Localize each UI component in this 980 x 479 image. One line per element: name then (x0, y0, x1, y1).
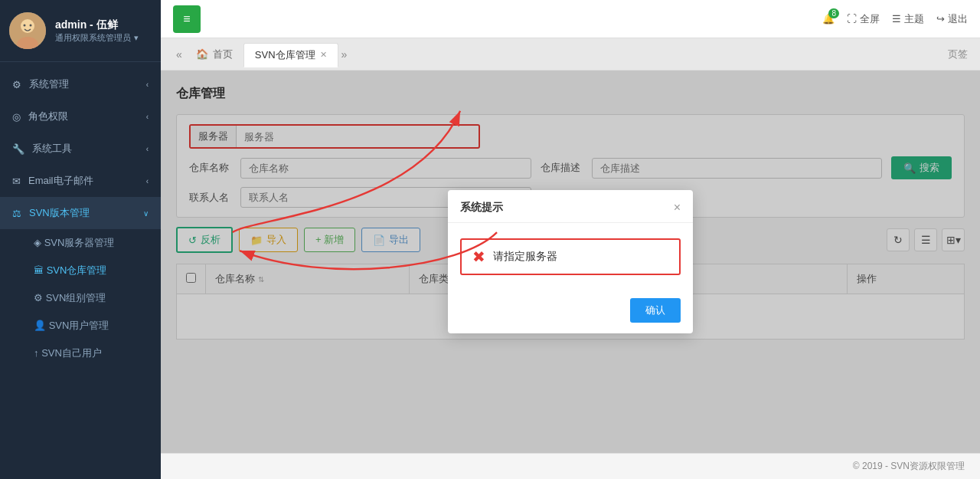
notification-bell[interactable]: 🔔 8 (822, 13, 835, 25)
tab-close-icon[interactable]: ✕ (320, 50, 327, 60)
system-dialog: 系统提示 × ✖ 请指定服务器 确认 (448, 190, 693, 333)
tab-page-label: 页签 (948, 48, 968, 61)
sidebar-item-svn-group[interactable]: ⚙ SVN组别管理 (0, 284, 161, 312)
theme-button[interactable]: ☰ 主题 (892, 12, 924, 26)
tab-svn-repo[interactable]: SVN仓库管理 ✕ (243, 43, 338, 67)
sidebar-item-svn-self[interactable]: ↑ SVN自己用户 (0, 340, 161, 367)
dialog-message: 请指定服务器 (493, 250, 557, 264)
footer: © 2019 - SVN资源权限管理 (161, 453, 980, 479)
header-left: ≡ (173, 5, 201, 33)
sidebar-item-system[interactable]: ⚙ 系统管理 ‹ (0, 68, 161, 100)
theme-icon: ☰ (892, 13, 901, 25)
content-area: 仓库管理 服务器 仓库名称 仓库描述 🔍 搜索 (161, 71, 980, 453)
tab-bar: « 🏠 首页 SVN仓库管理 ✕ » 页签 (161, 38, 980, 71)
sidebar-header: admin - 伍鲜 通用权限系统管理员 ▾ (0, 0, 161, 62)
gear-icon: ⚙ (12, 79, 21, 90)
sidebar-item-tools[interactable]: 🔧 系统工具 ‹ (0, 133, 161, 165)
dialog-header: 系统提示 × (448, 190, 693, 223)
main-area: ≡ 🔔 8 ⛶ 全屏 ☰ 主题 ↪ 退出 « 🏠 首页 (161, 0, 980, 479)
tab-next-button[interactable]: » (338, 45, 351, 64)
user-info: admin - 伍鲜 通用权限系统管理员 ▾ (55, 18, 139, 44)
dialog-footer: 确认 (448, 290, 693, 333)
sidebar-nav: ⚙ 系统管理 ‹ ◎ 角色权限 ‹ 🔧 系统工具 ‹ ✉ Email电子邮件 ‹ (0, 62, 161, 479)
confirm-button[interactable]: 确认 (630, 298, 681, 323)
error-icon: ✖ (472, 248, 485, 266)
dialog-close-button[interactable]: × (674, 201, 681, 215)
tab-prev-button[interactable]: « (173, 45, 185, 64)
building-icon: 🏛 (34, 264, 47, 276)
fullscreen-button[interactable]: ⛶ 全屏 (847, 12, 880, 26)
header: ≡ 🔔 8 ⛶ 全屏 ☰ 主题 ↪ 退出 (161, 0, 980, 38)
chevron-icon: ‹ (146, 113, 149, 121)
chevron-icon: ‹ (146, 80, 149, 89)
fullscreen-icon: ⛶ (847, 13, 857, 25)
role-icon: ◎ (12, 111, 21, 123)
sidebar-item-svn[interactable]: ⚖ SVN版本管理 ∨ (0, 197, 161, 229)
sidebar-item-svn-server[interactable]: ◈ SVN服务器管理 (0, 229, 161, 257)
svg-point-4 (30, 25, 32, 27)
diamond-icon: ◈ (34, 237, 44, 248)
dialog-error-box: ✖ 请指定服务器 (460, 238, 681, 275)
notification-badge: 8 (828, 8, 839, 18)
sidebar-item-svn-repo[interactable]: 🏛 SVN仓库管理 (0, 257, 161, 284)
sidebar-item-svn-user[interactable]: 👤 SVN用户管理 (0, 312, 161, 340)
dialog-overlay: 系统提示 × ✖ 请指定服务器 确认 (161, 71, 980, 453)
logout-button[interactable]: ↪ 退出 (936, 12, 968, 26)
group-icon: ⚙ (34, 292, 46, 303)
self-icon: ↑ (34, 347, 41, 359)
user-icon: 👤 (34, 320, 49, 331)
svg-point-3 (24, 25, 26, 27)
sidebar-item-roles[interactable]: ◎ 角色权限 ‹ (0, 100, 161, 133)
tab-home[interactable]: 🏠 首页 (185, 43, 243, 66)
dialog-body: ✖ 请指定服务器 (448, 223, 693, 290)
menu-button[interactable]: ≡ (173, 5, 201, 33)
tools-icon: 🔧 (12, 143, 24, 155)
avatar (9, 12, 46, 49)
logout-icon: ↪ (936, 13, 945, 25)
dialog-title: 系统提示 (460, 201, 503, 215)
header-right: 🔔 8 ⛶ 全屏 ☰ 主题 ↪ 退出 (822, 12, 968, 26)
chevron-icon: ‹ (146, 177, 149, 185)
svn-icon: ⚖ (12, 208, 21, 219)
user-role: 通用权限系统管理员 ▾ (55, 32, 139, 44)
chevron-icon: ‹ (146, 145, 149, 153)
home-icon: 🏠 (196, 48, 208, 60)
chevron-down-icon: ∨ (143, 209, 149, 218)
sidebar-item-email[interactable]: ✉ Email电子邮件 ‹ (0, 165, 161, 197)
email-icon: ✉ (12, 176, 21, 187)
sidebar: admin - 伍鲜 通用权限系统管理员 ▾ ⚙ 系统管理 ‹ ◎ 角色权限 ‹… (0, 0, 161, 479)
copyright-text: © 2019 - SVN资源权限管理 (853, 461, 965, 471)
username: admin - 伍鲜 (55, 18, 139, 32)
